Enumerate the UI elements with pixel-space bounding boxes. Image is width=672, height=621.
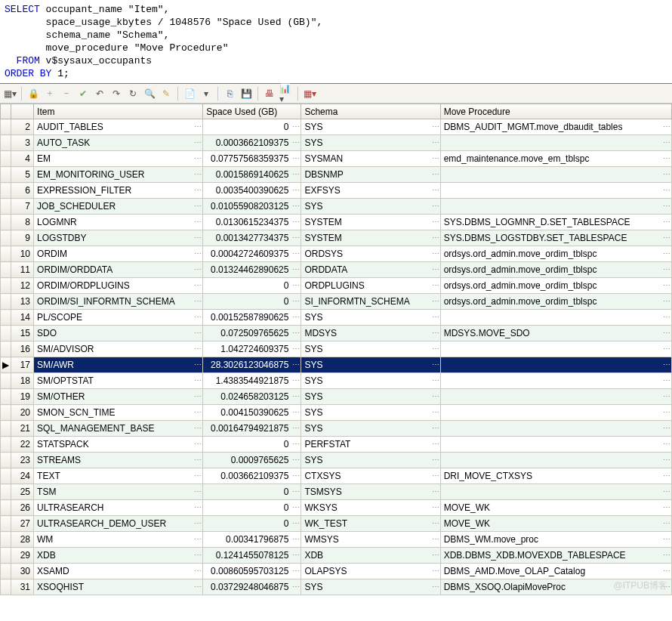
- clear-icon[interactable]: ▾: [199, 87, 213, 100]
- table-row[interactable]: 27ULTRASEARCH_DEMO_USER⋯0⋯WK_TEST⋯MOVE_W…: [1, 516, 672, 532]
- cell-item[interactable]: STATSPACK⋯: [34, 437, 203, 453]
- cell-move[interactable]: ordsys.ord_admin.move_ordim_tblspc⋯: [440, 246, 671, 262]
- cell-item[interactable]: SMON_SCN_TIME⋯: [34, 405, 203, 421]
- chart-icon[interactable]: 📊▾: [279, 87, 293, 100]
- table-row[interactable]: 16SM/ADVISOR⋯1.042724609375⋯SYS⋯⋯: [1, 341, 672, 357]
- cell-move[interactable]: ⋯: [440, 437, 671, 453]
- add-row-icon[interactable]: ＋: [43, 87, 57, 100]
- cell-item[interactable]: SM/AWR⋯: [34, 357, 203, 373]
- cell-space[interactable]: 0⋯: [203, 119, 301, 135]
- cell-schema[interactable]: WKSYS⋯: [301, 500, 440, 516]
- cell-space[interactable]: 0.0009765625⋯: [203, 453, 301, 468]
- table-row[interactable]: 8LOGMNR⋯0.0130615234375⋯SYSTEM⋯SYS.DBMS_…: [1, 215, 672, 230]
- cell-space[interactable]: 0.0003662109375⋯: [203, 135, 301, 151]
- cell-item[interactable]: ORDIM/ORDPLUGINS⋯: [34, 278, 203, 294]
- cell-item[interactable]: XSOQHIST⋯: [34, 579, 203, 595]
- cell-space[interactable]: 0.0035400390625⋯: [203, 183, 301, 199]
- cell-schema[interactable]: SYS⋯: [301, 453, 440, 468]
- cell-schema[interactable]: MDSYS⋯: [301, 326, 440, 341]
- cell-schema[interactable]: EXFSYS⋯: [301, 183, 440, 199]
- cell-move[interactable]: ⋯: [440, 421, 671, 437]
- table-row[interactable]: 23STREAMS⋯0.0009765625⋯SYS⋯⋯: [1, 453, 672, 468]
- table-row[interactable]: 7JOB_SCHEDULER⋯0.01055908203125⋯SYS⋯⋯: [1, 199, 672, 215]
- cell-schema[interactable]: ORDSYS⋯: [301, 246, 440, 262]
- undo-icon[interactable]: ↶: [93, 87, 106, 100]
- table-row[interactable]: 2AUDIT_TABLES⋯0⋯SYS⋯DBMS_AUDIT_MGMT.move…: [1, 119, 672, 135]
- cell-schema[interactable]: SYS⋯: [301, 310, 440, 326]
- cell-space[interactable]: 0.00042724609375⋯: [203, 246, 301, 262]
- cell-space[interactable]: 0.00152587890625⋯: [203, 310, 301, 326]
- table-row[interactable]: 29XDB⋯0.1241455078125⋯XDB⋯XDB.DBMS_XDB.M…: [1, 548, 672, 564]
- cell-move[interactable]: MOVE_WK⋯: [440, 500, 671, 516]
- lock-icon[interactable]: 🔒: [26, 87, 40, 100]
- cell-space[interactable]: 0.00164794921875⋯: [203, 421, 301, 437]
- cell-item[interactable]: SQL_MANAGEMENT_BASE⋯: [34, 421, 203, 437]
- cell-schema[interactable]: SYS⋯: [301, 341, 440, 357]
- cell-schema[interactable]: XDB⋯: [301, 548, 440, 564]
- cell-move[interactable]: ⋯: [440, 183, 671, 199]
- cell-move[interactable]: ⋯: [440, 453, 671, 468]
- cell-item[interactable]: TSM⋯: [34, 484, 203, 500]
- table-row[interactable]: 11ORDIM/ORDDATA⋯0.01324462890625⋯ORDDATA…: [1, 262, 672, 278]
- cell-space[interactable]: 0⋯: [203, 278, 301, 294]
- cell-item[interactable]: AUTO_TASK⋯: [34, 135, 203, 151]
- cell-move[interactable]: SYS.DBMS_LOGMNR_D.SET_TABLESPACE⋯: [440, 215, 671, 230]
- cell-space[interactable]: 0.0130615234375⋯: [203, 215, 301, 230]
- cell-move[interactable]: ⋯: [440, 405, 671, 421]
- table-icon[interactable]: ▦▾: [303, 87, 316, 100]
- table-row[interactable]: 19SM/OTHER⋯0.024658203125⋯SYS⋯⋯: [1, 389, 672, 405]
- cell-move[interactable]: ⋯: [440, 357, 671, 373]
- cell-space[interactable]: 1.4383544921875⋯: [203, 373, 301, 389]
- cell-move[interactable]: ⋯: [440, 341, 671, 357]
- cell-move[interactable]: ⋯: [440, 310, 671, 326]
- cell-schema[interactable]: SYS⋯: [301, 405, 440, 421]
- cell-item[interactable]: XDB⋯: [34, 548, 203, 564]
- column-header-space[interactable]: Space Used (GB): [203, 104, 301, 119]
- cell-item[interactable]: SM/ADVISOR⋯: [34, 341, 203, 357]
- cell-item[interactable]: ULTRASEARCH⋯: [34, 500, 203, 516]
- delete-row-icon[interactable]: －: [60, 87, 73, 100]
- cell-schema[interactable]: WMSYS⋯: [301, 532, 440, 548]
- link-icon[interactable]: ⎘: [223, 87, 236, 100]
- cell-move[interactable]: ordsys.ord_admin.move_ordim_tblspc⋯: [440, 294, 671, 310]
- cell-schema[interactable]: ORDDATA⋯: [301, 262, 440, 278]
- cell-item[interactable]: PL/SCOPE⋯: [34, 310, 203, 326]
- edit-icon[interactable]: ✎: [159, 87, 173, 100]
- cell-move[interactable]: DBMS_WM.move_proc⋯: [440, 532, 671, 548]
- cell-schema[interactable]: SI_INFORMTN_SCHEMA⋯: [301, 294, 440, 310]
- table-row[interactable]: 15SDO⋯0.072509765625⋯MDSYS⋯MDSYS.MOVE_SD…: [1, 326, 672, 341]
- column-header-item[interactable]: Item: [34, 104, 203, 119]
- cell-schema[interactable]: SYS⋯: [301, 373, 440, 389]
- cell-space[interactable]: 0.07757568359375⋯: [203, 151, 301, 167]
- refresh-icon[interactable]: ↻: [126, 87, 140, 100]
- table-row[interactable]: 25TSM⋯0⋯TSMSYS⋯⋯: [1, 484, 672, 500]
- save-icon[interactable]: 💾: [239, 87, 253, 100]
- cell-space[interactable]: 0.0013427734375⋯: [203, 230, 301, 246]
- cell-schema[interactable]: SYS⋯: [301, 421, 440, 437]
- cell-item[interactable]: LOGMNR⋯: [34, 215, 203, 230]
- table-row[interactable]: 28WM⋯0.00341796875⋯WMSYS⋯DBMS_WM.move_pr…: [1, 532, 672, 548]
- grid-options-icon[interactable]: ▦▾: [3, 87, 17, 100]
- cell-item[interactable]: ULTRASEARCH_DEMO_USER⋯: [34, 516, 203, 532]
- cell-schema[interactable]: SYS⋯: [301, 135, 440, 151]
- cell-space[interactable]: 0.004150390625⋯: [203, 405, 301, 421]
- cell-schema[interactable]: SYS⋯: [301, 357, 440, 373]
- cell-move[interactable]: XDB.DBMS_XDB.MOVEXDB_TABLESPACE⋯: [440, 548, 671, 564]
- cell-schema[interactable]: SYSMAN⋯: [301, 151, 440, 167]
- redo-icon[interactable]: ↷: [109, 87, 123, 100]
- cell-item[interactable]: EM_MONITORING_USER⋯: [34, 167, 203, 183]
- cell-item[interactable]: TEXT⋯: [34, 468, 203, 484]
- cell-space[interactable]: 0.01055908203125⋯: [203, 199, 301, 215]
- cell-move[interactable]: DBMS_AUDIT_MGMT.move_dbaudit_tables⋯: [440, 119, 671, 135]
- table-row[interactable]: 26ULTRASEARCH⋯0⋯WKSYS⋯MOVE_WK⋯: [1, 500, 672, 516]
- cell-move[interactable]: emd_maintenance.move_em_tblspc⋯: [440, 151, 671, 167]
- cell-move[interactable]: DRI_MOVE_CTXSYS⋯: [440, 468, 671, 484]
- sql-editor[interactable]: SELECT occupant_name "Item", space_usage…: [0, 0, 672, 84]
- cell-move[interactable]: ⋯: [440, 373, 671, 389]
- table-row[interactable]: 12ORDIM/ORDPLUGINS⋯0⋯ORDPLUGINS⋯ordsys.o…: [1, 278, 672, 294]
- cell-move[interactable]: ⋯: [440, 389, 671, 405]
- cell-space[interactable]: 1.042724609375⋯: [203, 341, 301, 357]
- table-row[interactable]: 10ORDIM⋯0.00042724609375⋯ORDSYS⋯ordsys.o…: [1, 246, 672, 262]
- table-row[interactable]: 18SM/OPTSTAT⋯1.4383544921875⋯SYS⋯⋯: [1, 373, 672, 389]
- commit-icon[interactable]: ✔: [76, 87, 90, 100]
